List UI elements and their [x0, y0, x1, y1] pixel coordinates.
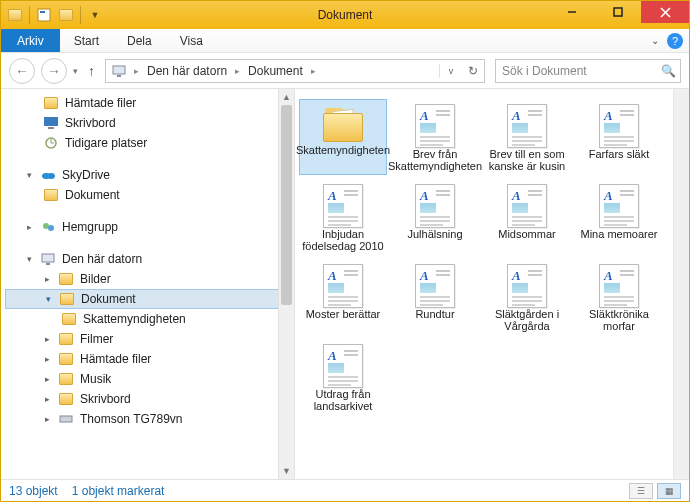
titlebar: ▼ Dokument — [1, 1, 689, 29]
content-scrollbar[interactable] — [673, 89, 689, 479]
documents-icon — [59, 291, 75, 307]
file-label: Utdrag från landsarkivet — [302, 388, 384, 412]
explorer-window: ▼ Dokument Arkiv Start Dela Visa ⌄ ? ← →… — [0, 0, 690, 502]
tree-item[interactable]: Tidigare platser — [1, 133, 294, 153]
recent-icon — [43, 135, 59, 151]
address-bar[interactable]: ▸ Den här datorn ▸ Dokument ▸ v ↻ — [105, 59, 485, 83]
tree-thispc[interactable]: ▾Den här datorn — [1, 249, 294, 269]
nav-tree: Hämtade filer Skrivbord Tidigare platser… — [1, 89, 295, 479]
file-label: Julhälsning — [407, 228, 462, 240]
search-input[interactable]: Sök i Dokument 🔍 — [495, 59, 681, 83]
svg-rect-19 — [60, 416, 72, 422]
document-icon: A — [415, 104, 455, 148]
tree-item[interactable]: ▸Hämtade filer — [1, 349, 294, 369]
tree-homegroup[interactable]: ▸Hemgrupp — [1, 217, 294, 237]
svg-rect-7 — [117, 75, 121, 77]
document-icon: A — [599, 264, 639, 308]
tree-skydrive[interactable]: ▾SkyDrive — [1, 165, 294, 185]
document-icon: A — [507, 184, 547, 228]
file-item-doc[interactable]: AMina memoarer — [575, 179, 663, 255]
scroll-up-icon[interactable]: ▲ — [279, 89, 294, 105]
tree-item-selected[interactable]: ▾Dokument — [5, 289, 292, 309]
tree-item[interactable]: Skrivbord — [1, 113, 294, 133]
scroll-thumb[interactable] — [281, 105, 292, 305]
tab-dela[interactable]: Dela — [113, 29, 166, 52]
file-item-doc[interactable]: AMidsommar — [483, 179, 571, 255]
minimize-button[interactable] — [549, 1, 595, 23]
view-icons-button[interactable]: ▦ — [657, 483, 681, 499]
qat-properties-icon[interactable] — [34, 5, 54, 25]
breadcrumb-seg[interactable]: Dokument — [242, 60, 309, 82]
history-dropdown-icon[interactable]: ▾ — [73, 66, 78, 76]
document-icon: A — [323, 184, 363, 228]
back-button[interactable]: ← — [9, 58, 35, 84]
music-icon — [58, 371, 74, 387]
tree-item[interactable]: Hämtade filer — [1, 93, 294, 113]
folder-icon — [5, 5, 25, 25]
file-label: Brev till en som kanske är kusin — [486, 148, 568, 172]
expand-ribbon-icon[interactable]: ⌄ — [651, 35, 659, 46]
document-icon: A — [507, 264, 547, 308]
file-item-doc[interactable]: ASläktgården i Vårgårda — [483, 259, 571, 335]
pictures-icon — [58, 271, 74, 287]
up-button[interactable]: ↑ — [84, 63, 99, 79]
file-label: Rundtur — [415, 308, 454, 320]
help-button[interactable]: ? — [667, 33, 683, 49]
file-item-doc[interactable]: AFarfars släkt — [575, 99, 663, 175]
file-item-doc[interactable]: ASläktkrönika morfar — [575, 259, 663, 335]
skydrive-icon — [40, 167, 56, 183]
close-button[interactable] — [641, 1, 689, 23]
svg-rect-1 — [40, 11, 45, 13]
view-details-button[interactable]: ☰ — [629, 483, 653, 499]
maximize-button[interactable] — [595, 1, 641, 23]
file-label: Midsommar — [498, 228, 555, 240]
tree-item[interactable]: ▸Bilder — [1, 269, 294, 289]
device-icon — [58, 411, 74, 427]
tree-scrollbar[interactable]: ▲ ▼ — [278, 89, 294, 479]
file-label: Mina memoarer — [580, 228, 657, 240]
tree-item[interactable]: Skattemyndigheten — [1, 309, 294, 329]
tree-item[interactable]: ▸Skrivbord — [1, 389, 294, 409]
tab-arkiv[interactable]: Arkiv — [1, 29, 60, 52]
file-item-doc[interactable]: ARundtur — [391, 259, 479, 335]
tree-item[interactable]: Dokument — [1, 185, 294, 205]
svg-rect-17 — [42, 254, 54, 262]
folder-icon — [43, 95, 59, 111]
file-label: Skattemyndigheten — [296, 144, 390, 156]
file-item-doc[interactable]: AInbjudan födelsedag 2010 — [299, 179, 387, 255]
desktop-icon — [43, 115, 59, 131]
qat-newfolder-icon[interactable] — [56, 5, 76, 25]
videos-icon — [58, 331, 74, 347]
document-icon: A — [599, 104, 639, 148]
tree-item[interactable]: ▸Filmer — [1, 329, 294, 349]
file-label: Moster berättar — [306, 308, 381, 320]
computer-icon — [40, 251, 56, 267]
computer-icon — [112, 64, 126, 78]
file-item-doc[interactable]: AJulhälsning — [391, 179, 479, 255]
file-item-doc[interactable]: ABrev till en som kanske är kusin — [483, 99, 571, 175]
file-item-doc[interactable]: AUtdrag från landsarkivet — [299, 339, 387, 415]
breadcrumb-seg[interactable]: Den här datorn — [141, 60, 233, 82]
address-dropdown-icon[interactable]: v — [440, 66, 462, 76]
file-item-doc[interactable]: ABrev från Skattemyndigheten — [391, 99, 479, 175]
svg-point-16 — [48, 225, 54, 231]
scroll-down-icon[interactable]: ▼ — [279, 463, 294, 479]
ribbon-tabs: Arkiv Start Dela Visa ⌄ ? — [1, 29, 689, 53]
search-placeholder: Sök i Dokument — [502, 64, 587, 78]
homegroup-icon — [40, 219, 56, 235]
tab-visa[interactable]: Visa — [166, 29, 217, 52]
document-icon: A — [415, 184, 455, 228]
forward-button[interactable]: → — [41, 58, 67, 84]
file-pane: SkattemyndighetenABrev från Skattemyndig… — [295, 89, 689, 479]
file-item-folder[interactable]: Skattemyndigheten — [299, 99, 387, 175]
tree-item[interactable]: ▸Musik — [1, 369, 294, 389]
tab-start[interactable]: Start — [60, 29, 113, 52]
qat-dropdown-icon[interactable]: ▼ — [85, 5, 105, 25]
file-label: Brev från Skattemyndigheten — [388, 148, 482, 172]
desktop-icon — [58, 391, 74, 407]
refresh-button[interactable]: ↻ — [462, 64, 484, 78]
file-item-doc[interactable]: AMoster berättar — [299, 259, 387, 335]
tree-item[interactable]: ▸Thomson TG789vn — [1, 409, 294, 429]
downloads-icon — [58, 351, 74, 367]
nav-toolbar: ← → ▾ ↑ ▸ Den här datorn ▸ Dokument ▸ v … — [1, 53, 689, 89]
